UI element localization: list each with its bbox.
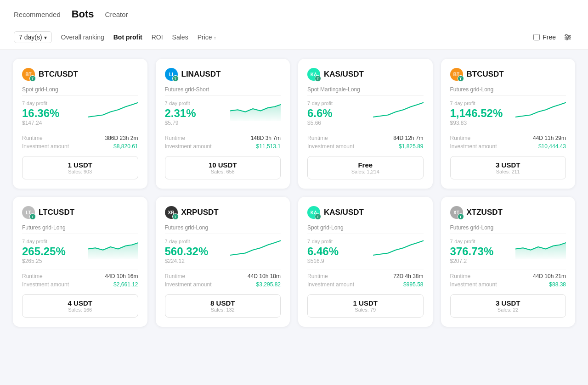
profit-value: 265.25% [22,245,66,258]
bot-card-3: BT T BTCUSDT Futures grid-Long 7-day pro… [441,59,576,189]
btn-sub-label: Sales: 211 [455,169,561,174]
runtime-label: Runtime [22,273,43,279]
card-profit-section: 7-day profit 16.36% $147.24 [22,100,138,126]
btn-main-label: 10 USDT [170,161,276,169]
card-icon: LT T [22,206,35,219]
profit-value: 6.6% [307,107,333,120]
top-navigation: Recommended Bots Creator [0,0,588,25]
profit-chart [373,239,424,259]
runtime-label: Runtime [307,135,328,141]
card-header: BT T BTC/USDT [22,68,138,81]
invest-value: $10,444.43 [538,143,566,150]
card-subtitle: Spot grid-Long [22,85,138,96]
card-title: XTZUSDT [467,208,503,217]
profit-label: 7-day profit [22,239,66,244]
btn-sub-label: Sales: 1,214 [312,169,418,174]
profit-left: 7-day profit 376.73% $207.2 [450,239,494,264]
runtime-row: Runtime 44D 10h 18m [165,273,281,279]
card-meta: Runtime 148D 3h 7m Investment amount $11… [165,131,281,150]
invest-label: Investment amount [165,281,212,288]
tab-price[interactable]: Price [198,32,216,43]
card-meta: Runtime 72D 4h 38m Investment amount $99… [307,269,424,288]
tab-overall-ranking[interactable]: Overall ranking [61,32,104,43]
profit-label: 7-day profit [450,239,494,244]
tab-bot-profit[interactable]: Bot profit [113,32,142,43]
invest-value: $995.58 [403,281,423,288]
card-action-button[interactable]: Free Sales: 1,214 [307,156,424,179]
free-checkbox-input[interactable] [533,34,540,40]
bot-card-2: KA T KAS/USDT Spot Martingale-Long 7-day… [298,59,433,189]
profit-label: 7-day profit [22,100,59,106]
runtime-row: Runtime 72D 4h 38m [307,273,424,279]
profit-value: 2.31% [165,107,196,120]
card-meta: Runtime 44D 10h 18m Investment amount $3… [165,269,281,288]
profit-usd: $93.83 [450,120,503,126]
icon-badge: T [315,213,321,220]
icon-badge: T [172,213,179,220]
svg-point-5 [566,38,568,40]
card-header: BT T BTCUSDT [450,68,566,81]
cards-grid-top: BT T BTC/USDT Spot grid-Long 7-day profi… [13,59,575,189]
runtime-label: Runtime [307,273,328,279]
card-action-button[interactable]: 1 USDT Sales: 79 [307,294,424,318]
runtime-value: 44D 10h 21m [533,273,566,279]
card-icon: BT T [22,68,35,81]
invest-value: $3,295.82 [256,281,281,288]
invest-row: Investment amount $11,513.1 [165,143,281,150]
btn-main-label: 3 USDT [455,161,561,169]
icon-badge: T [458,75,464,82]
card-icon: BT T [450,68,463,81]
invest-label: Investment amount [307,281,354,288]
btn-sub-label: Sales: 166 [27,307,133,312]
profit-usd: $5.79 [165,120,196,126]
svg-point-3 [565,34,567,36]
card-action-button[interactable]: 10 USDT Sales: 658 [165,156,281,179]
card-icon: KA T [307,206,320,219]
icon-badge: T [172,75,179,82]
card-action-button[interactable]: 8 USDT Sales: 132 [165,294,281,318]
bot-card-0: BT T BTC/USDT Spot grid-Long 7-day profi… [13,59,147,189]
btn-main-label: 3 USDT [455,299,561,307]
invest-label: Investment amount [22,281,69,288]
cards-section: BT T BTC/USDT Spot grid-Long 7-day profi… [0,50,588,344]
days-selector[interactable]: 7 day(s) [14,31,52,43]
runtime-label: Runtime [165,273,186,279]
card-icon: XT T [450,206,463,219]
card-action-button[interactable]: 1 USDT Sales: 903 [22,156,138,179]
nav-creator[interactable]: Creator [105,11,128,18]
card-header: LI T LINAUSDT [165,68,281,81]
tab-roi[interactable]: ROI [152,32,163,43]
card-meta: Runtime 44D 10h 16m Investment amount $2… [22,269,138,288]
btn-main-label: Free [312,161,418,169]
profit-left: 7-day profit 2.31% $5.79 [165,100,196,126]
tab-sales[interactable]: Sales [172,32,188,43]
btn-sub-label: Sales: 658 [170,169,276,174]
card-action-button[interactable]: 3 USDT Sales: 211 [450,156,566,179]
profit-left: 7-day profit 265.25% $265.25 [22,239,66,264]
profit-left: 7-day profit 560.32% $224.12 [165,239,209,264]
runtime-label: Runtime [450,135,471,141]
filter-icon[interactable] [561,31,574,44]
runtime-value: 44D 11h 29m [533,135,566,141]
profit-left: 7-day profit 16.36% $147.24 [22,100,59,126]
bot-card-5: XR T XRPUSDT Futures grid-Long 7-day pro… [156,197,290,327]
profit-chart [373,100,424,121]
invest-value: $2,661.12 [113,281,138,288]
card-action-button[interactable]: 3 USDT Sales: 22 [450,294,566,318]
invest-row: Investment amount $1,825.89 [307,143,424,150]
nav-recommended[interactable]: Recommended [14,11,61,18]
card-profit-section: 7-day profit 376.73% $207.2 [450,239,566,264]
profit-label: 7-day profit [307,239,339,244]
btn-main-label: 1 USDT [312,299,418,307]
card-action-button[interactable]: 4 USDT Sales: 166 [22,294,138,318]
profit-value: 6.46% [307,245,339,258]
nav-bots[interactable]: Bots [72,8,94,20]
card-profit-section: 7-day profit 265.25% $265.25 [22,239,138,264]
card-meta: Runtime 386D 23h 2m Investment amount $8… [22,131,138,150]
btn-sub-label: Sales: 79 [312,307,418,312]
profit-usd: $147.24 [22,120,59,126]
runtime-value: 148D 3h 7m [251,135,281,141]
free-filter[interactable]: Free [533,33,556,41]
invest-label: Investment amount [165,143,212,150]
card-profit-section: 7-day profit 1,146.52% $93.83 [450,100,566,126]
